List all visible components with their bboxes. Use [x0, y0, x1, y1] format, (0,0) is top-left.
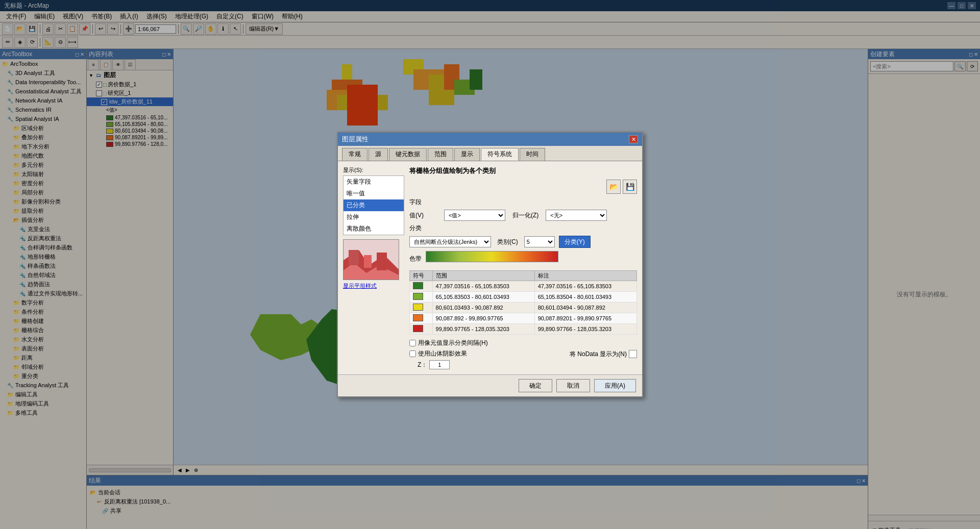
label-1: 47,397.03516 - 65,105.83503: [534, 281, 636, 292]
save-btn[interactable]: 💾: [623, 180, 637, 194]
range-1: 47,397.03516 - 65,105.83503: [432, 281, 534, 292]
class-label: 类别(C): [497, 238, 518, 246]
open-folder-btn[interactable]: 📂: [606, 180, 621, 194]
hillshade2-label[interactable]: 使用山体阴影效果: [409, 349, 488, 358]
nodata-checkbox[interactable]: [629, 350, 637, 358]
tab-symbology[interactable]: 符号系统: [481, 148, 519, 161]
opt-classified[interactable]: 已分类: [344, 199, 404, 211]
classify-row: 自然间断点分级法(Jenks) 类别(C) 5 3 4 6 7 分类(Y): [409, 236, 637, 248]
label-3: 80,601.03494 - 90,087.892: [534, 303, 636, 313]
table-row-5[interactable]: 99,890.97765 - 128,035.3203 99,890.97766…: [410, 324, 637, 335]
table-row-3[interactable]: 80,601.03493 - 90,087.892 80,601.03494 -…: [410, 303, 637, 313]
value-select[interactable]: <值>: [444, 210, 505, 221]
hillshade2-cb[interactable]: [409, 350, 416, 357]
label-2: 65,105.83504 - 80,601.03493: [534, 292, 636, 303]
section-title: 将栅格分组值绘制为各个类别: [409, 166, 637, 175]
label-4: 90,087.89201 - 99,890.97765: [534, 313, 636, 324]
colorstrip-row: 色带: [409, 251, 637, 266]
range-5: 99,890.97765 - 128,035.3203: [432, 324, 534, 335]
display-options-list: 矢量字段 唯一值 已分类 拉伸 离散颜色: [343, 175, 404, 235]
normalize-select[interactable]: <无>: [546, 210, 607, 221]
dialog-right: 将栅格分组值绘制为各个类别 📂 💾 字段 值(V): [409, 166, 637, 369]
value-row: 值(V) <值> 归一化(Z) <无>: [409, 210, 637, 221]
preview-image: [343, 239, 399, 280]
dialog-body: 显示(S): 矢量字段 唯一值 已分类 拉伸 离散颜色: [338, 161, 642, 374]
classify-table: 符号 范围 标注 47,397.03516 - 65,105.83503 47,…: [409, 270, 637, 335]
range-3: 80,601.03493 - 90,087.892: [432, 303, 534, 313]
color-cell-4: [413, 314, 423, 321]
color-strip[interactable]: [426, 251, 558, 262]
nodata-label: 将 NoData 显示为(N): [570, 350, 627, 359]
tab-source[interactable]: 源: [369, 148, 388, 161]
color-cell-5: [413, 325, 423, 332]
dialog-left: 显示(S): 矢量字段 唯一值 已分类 拉伸 离散颜色: [343, 166, 404, 369]
ok-btn[interactable]: 确定: [519, 379, 552, 392]
classify-btn[interactable]: 分类(Y): [559, 236, 591, 248]
field-label: 字段: [409, 198, 440, 207]
opt-discrete[interactable]: 离散颜色: [344, 223, 404, 235]
table-row-2[interactable]: 65,105.83503 - 80,601.03493 65,105.83504…: [410, 292, 637, 303]
z-label: Z：: [418, 361, 427, 369]
dialog-footer: 确定 取消 应用(A): [338, 374, 642, 396]
display-label: 显示(S):: [343, 166, 404, 174]
color-cell-2: [413, 293, 423, 300]
svg-rect-21: [377, 253, 387, 270]
z-row: Z：: [409, 360, 488, 369]
tab-extent[interactable]: 范围: [428, 148, 453, 161]
tab-metadata[interactable]: 键元数据: [389, 148, 427, 161]
range-4: 90,087.892 - 99,890.97765: [432, 313, 534, 324]
class-select[interactable]: 5 3 4 6 7: [524, 236, 555, 247]
range-2: 65,105.83503 - 80,601.03493: [432, 292, 534, 303]
nodata-row: 将 NoData 显示为(N): [570, 350, 637, 359]
preview-link[interactable]: 显示平坦样式: [343, 282, 404, 290]
svg-rect-20: [364, 255, 372, 268]
opt-unique[interactable]: 唯一值: [344, 188, 404, 199]
table-row-4[interactable]: 90,087.892 - 99,890.97765 90,087.89201 -…: [410, 313, 637, 324]
cancel-btn[interactable]: 取消: [556, 379, 590, 392]
color-cell-3: [413, 304, 423, 311]
apply-btn[interactable]: 应用(A): [594, 379, 636, 392]
dialog-tabs: 常规 源 键元数据 范围 显示 符号系统 时间: [338, 146, 642, 161]
normalize-label: 归一化(Z): [512, 211, 538, 220]
color-cell-1: [413, 282, 423, 289]
classify-section: 分类: [409, 224, 637, 233]
dialog-title: 图层属性: [342, 135, 369, 144]
colorstrip-label: 色带: [409, 255, 422, 263]
opt-stretch[interactable]: 拉伸: [344, 211, 404, 223]
bottom-options: 用像元值显示分类间隔(H) 使用山体阴影效果 Z：: [409, 339, 637, 369]
tab-time[interactable]: 时间: [520, 148, 545, 161]
preview-link-text[interactable]: 显示平坦样式: [343, 283, 377, 289]
top-buttons: 📂 💾: [409, 180, 637, 194]
classify-method-select[interactable]: 自然间断点分级法(Jenks): [409, 236, 491, 247]
value-label: 值(V): [409, 211, 440, 220]
layer-properties-dialog: 图层属性 ✕ 常规 源 键元数据 范围 显示 符号系统 时间 显示(S): 矢量…: [337, 132, 643, 397]
hillshade-label[interactable]: 用像元值显示分类间隔(H): [409, 339, 488, 347]
tab-display[interactable]: 显示: [454, 148, 480, 161]
col-range: 范围: [432, 271, 534, 281]
z-input[interactable]: [429, 360, 450, 369]
dialog-close-btn[interactable]: ✕: [629, 135, 638, 143]
label-5: 99,890.97766 - 128,035.3203: [534, 324, 636, 335]
hillshade-cb[interactable]: [409, 340, 416, 346]
field-row: 字段: [409, 198, 637, 207]
table-row-1[interactable]: 47,397.03516 - 65,105.83503 47,397.03516…: [410, 281, 637, 292]
modal-overlay: 图层属性 ✕ 常规 源 键元数据 范围 显示 符号系统 时间 显示(S): 矢量…: [0, 0, 980, 529]
opt-vector[interactable]: 矢量字段: [344, 176, 404, 188]
classify-header: 分类: [409, 224, 422, 232]
dialog-titlebar: 图层属性 ✕: [338, 133, 642, 146]
col-symbol: 符号: [410, 271, 433, 281]
col-label: 标注: [534, 271, 636, 281]
checkbox-group: 用像元值显示分类间隔(H) 使用山体阴影效果 Z：: [409, 339, 488, 369]
svg-rect-19: [349, 250, 359, 265]
tab-general[interactable]: 常规: [342, 148, 368, 161]
preview-svg: [344, 240, 399, 280]
